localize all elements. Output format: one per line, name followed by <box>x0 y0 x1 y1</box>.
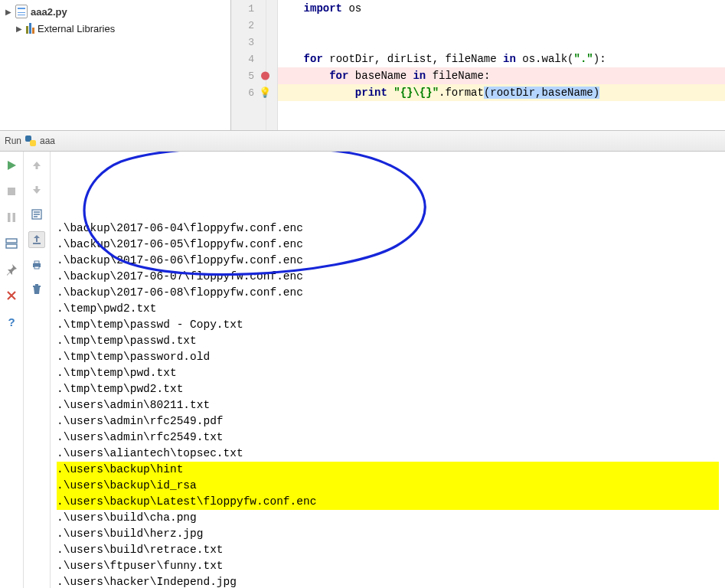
run-console[interactable]: .\backup\2017-06-04\floppyfw.conf.enc.\b… <box>51 152 725 588</box>
breakpoint-icon[interactable] <box>261 72 269 80</box>
lightbulb-icon[interactable]: 💡 <box>259 87 271 99</box>
console-line: .\tmp\temp\passwd.txt <box>57 333 719 349</box>
code-token: : <box>599 53 606 65</box>
code-token: baseName <box>348 70 413 82</box>
run-toolwindow-header[interactable]: Run aaa <box>0 131 725 152</box>
svg-rect-12 <box>33 286 41 287</box>
tree-libraries-label: External Libraries <box>38 23 115 34</box>
console-line: .\users\build\retrace.txt <box>57 542 719 558</box>
chevron-right-icon: ▶ <box>5 8 12 16</box>
library-icon <box>26 23 34 34</box>
code-token <box>387 87 394 99</box>
print-button[interactable] <box>29 257 44 273</box>
trash-button[interactable] <box>29 282 44 297</box>
code-token: print <box>355 87 387 99</box>
console-line: .\users\backup\Latest\floppyfw.conf.enc <box>57 494 719 510</box>
editor-gutter[interactable]: 1 2 3 4 5 6💡 <box>231 0 278 130</box>
svg-rect-1 <box>8 213 11 222</box>
code-token: ) <box>593 87 599 99</box>
line-number: 2 <box>240 20 254 31</box>
console-line: .\tmp\temp\pwd.txt <box>57 365 719 381</box>
code-token: for <box>329 70 348 82</box>
run-left-toolbar: ? <box>0 152 24 588</box>
console-line: .\users\build\herz.jpg <box>57 526 719 542</box>
svg-rect-10 <box>34 261 39 263</box>
project-tree[interactable]: ▶ aaa2.py ▶ External Libraries <box>0 0 231 130</box>
pin-button[interactable] <box>4 262 19 277</box>
scroll-down-button[interactable] <box>29 182 44 198</box>
code-token: for <box>304 53 323 65</box>
line-number: 3 <box>240 37 254 48</box>
code-token: in <box>413 70 426 82</box>
code-token: format <box>445 87 483 99</box>
svg-rect-5 <box>36 165 38 169</box>
line-number: 6 <box>240 87 254 99</box>
svg-rect-0 <box>8 188 15 195</box>
svg-rect-13 <box>35 284 38 286</box>
console-line: .\tmp\temp\pwd2.txt <box>57 381 719 397</box>
tree-libraries-row[interactable]: ▶ External Libraries <box>0 20 230 37</box>
code-token: in <box>503 53 516 65</box>
code-area[interactable]: import os for rootDir, dirList, fileName… <box>278 0 725 130</box>
tree-file-label: aaa2.py <box>31 6 67 18</box>
scroll-up-button[interactable] <box>29 158 44 173</box>
layout-button[interactable] <box>4 236 19 251</box>
code-token: "{}\{}" <box>394 87 439 99</box>
svg-rect-8 <box>33 243 41 244</box>
svg-rect-4 <box>6 244 17 248</box>
code-editor[interactable]: 1 2 3 4 5 6💡 import os for rootDir, dirL… <box>231 0 725 130</box>
console-line: .\backup\2017-06-08\floppyfw.conf.enc <box>57 285 719 301</box>
python-file-icon <box>15 5 28 18</box>
console-line: .\users\backup\id_rsa <box>57 478 719 494</box>
export-button[interactable] <box>28 231 45 248</box>
code-token: os <box>342 2 361 15</box>
stop-button[interactable] <box>4 184 19 199</box>
python-icon <box>25 136 36 146</box>
code-token: rootDir, dirList, fileName <box>323 53 503 65</box>
code-token: ( <box>567 53 573 65</box>
code-token: "." <box>574 53 593 65</box>
code-token: import <box>304 2 342 15</box>
pause-button[interactable] <box>4 210 19 225</box>
chevron-right-icon: ▶ <box>15 24 23 33</box>
line-number: 1 <box>240 3 254 15</box>
console-line: .\backup\2017-06-06\floppyfw.conf.enc <box>57 253 719 269</box>
console-line: .\users\hacker\Independ.jpg <box>57 574 719 588</box>
run-mid-toolbar <box>24 152 51 588</box>
help-button[interactable]: ? <box>4 314 19 329</box>
close-button[interactable] <box>4 288 19 303</box>
run-button[interactable] <box>4 158 19 173</box>
code-token: fileName <box>426 70 484 82</box>
tree-file-row[interactable]: ▶ aaa2.py <box>0 3 230 20</box>
console-line: .\backup\2017-06-07\floppyfw.conf.enc <box>57 269 719 285</box>
svg-rect-11 <box>34 266 39 269</box>
console-line: .\backup\2017-06-05\floppyfw.conf.enc <box>57 237 719 253</box>
console-line: .\temp\pwd2.txt <box>57 301 719 317</box>
code-token: ) <box>593 53 599 65</box>
run-label: Run <box>5 136 21 146</box>
code-token: : <box>484 70 490 82</box>
run-config-name: aaa <box>40 136 55 146</box>
console-line: .\tmp\temp\passwd - Copy.txt <box>57 317 719 333</box>
console-line: .\users\admin\80211.txt <box>57 397 719 413</box>
line-number: 4 <box>240 54 254 65</box>
svg-rect-2 <box>13 213 16 222</box>
stacktrace-button[interactable] <box>29 207 44 222</box>
svg-rect-3 <box>6 239 17 243</box>
console-line: .\users\backup\hint <box>57 462 719 478</box>
line-number: 5 <box>240 70 254 82</box>
console-line: .\tmp\temp\password.old <box>57 349 719 365</box>
console-line: .\users\ftpuser\funny.txt <box>57 558 719 574</box>
console-line: .\users\admin\rfc2549.pdf <box>57 413 719 430</box>
code-token: os.walk <box>516 53 567 65</box>
console-line: .\users\admin\rfc2549.txt <box>57 430 719 446</box>
console-line: .\backup\2017-06-04\floppyfw.conf.enc <box>57 220 719 237</box>
console-line: .\users\aliantech\topsec.txt <box>57 446 719 462</box>
code-token: rootDir,baseName <box>490 87 593 99</box>
console-line: .\users\build\cha.png <box>57 510 719 526</box>
